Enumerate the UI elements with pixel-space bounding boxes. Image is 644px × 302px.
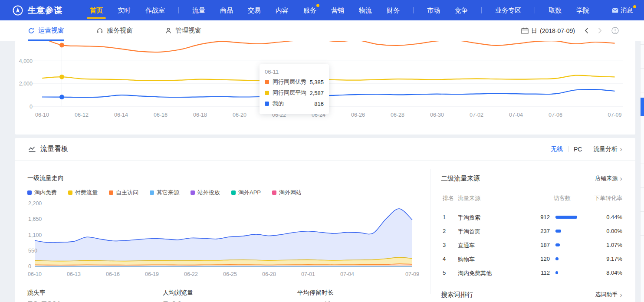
nav-item-messages[interactable]: 消息 xyxy=(612,7,636,14)
source-row[interactable]: 5 淘内免费其他 112 8.04% xyxy=(441,266,622,279)
nav-item-marketing[interactable]: 营销 xyxy=(331,0,344,20)
flow-trend-chart[interactable]: 05501,1001,6502,20006-1006-1306-1606-190… xyxy=(24,197,432,280)
nav-divider xyxy=(535,7,535,13)
rank: 3 xyxy=(443,242,446,248)
nav-divider xyxy=(178,7,179,13)
nav-item-product[interactable]: 商品 xyxy=(220,0,233,20)
person-icon xyxy=(165,27,172,34)
stat-value: 5.01 xyxy=(163,300,284,302)
svg-text:07-09: 07-09 xyxy=(608,112,622,118)
rail-divider xyxy=(641,187,644,188)
stat-value: 59.72% xyxy=(27,300,149,302)
svg-text:06-12: 06-12 xyxy=(75,112,89,118)
nav-item-traffic[interactable]: 流量 xyxy=(192,0,205,20)
source-name: 购物车 xyxy=(458,256,475,263)
stat-label: 人均浏览量 xyxy=(163,289,284,297)
source-row[interactable]: 1 手淘搜索 912 0.44% xyxy=(441,210,622,224)
svg-text:06-22: 06-22 xyxy=(184,271,198,277)
chevron-right-icon: › xyxy=(620,291,622,299)
series-swatch-excellent xyxy=(265,80,269,84)
tab-service-view[interactable]: 服务视窗 xyxy=(96,20,133,41)
shop-source-link[interactable]: 店铺来源› xyxy=(595,174,622,182)
word-helper-link[interactable]: 选词助手› xyxy=(595,291,622,299)
nav-item-academy[interactable]: 学院 xyxy=(576,0,589,20)
svg-text:06-13: 06-13 xyxy=(67,271,81,277)
nav-item-logistics[interactable]: 物流 xyxy=(359,0,372,20)
column-source: 流量来源 xyxy=(458,194,480,202)
conversion-rate: 1.07% xyxy=(606,242,622,248)
legend-item-other-sources[interactable]: 其它来源 xyxy=(150,189,179,197)
next-date-button[interactable] xyxy=(598,27,602,34)
date-mode-label: 日 xyxy=(531,27,537,35)
svg-text:0: 0 xyxy=(28,263,31,269)
nav-item-war-room[interactable]: 作战室 xyxy=(145,0,165,20)
column-rank: 排名 xyxy=(443,194,454,202)
legend-item-direct-visit[interactable]: 自主访问 xyxy=(109,189,138,197)
board-header: 流量看板 无线 PC 流量分析 › xyxy=(15,138,635,161)
scrollbar-thumb[interactable] xyxy=(641,98,644,116)
tab-operations-view[interactable]: 运营视窗 xyxy=(28,20,64,41)
chart-tooltip: 06-11 同行同层优秀 5,385 同行同层平均 2,587 我的 816 xyxy=(260,64,329,114)
svg-text:06-28: 06-28 xyxy=(391,112,404,118)
column-conversion: 下单转化率 xyxy=(579,194,622,202)
traffic-analysis-link[interactable]: 流量分析 › xyxy=(593,145,622,153)
channel-toggle-wireless[interactable]: 无线 xyxy=(551,145,563,153)
stat-label: 跳失率 xyxy=(27,289,149,297)
brand[interactable]: 生意参谋 xyxy=(12,5,62,16)
svg-text:07-02: 07-02 xyxy=(470,112,483,118)
legend-item-taowai-app[interactable]: 淘外APP xyxy=(231,189,261,197)
svg-text:07-01: 07-01 xyxy=(301,271,315,277)
rank: 4 xyxy=(443,256,446,262)
date-value: (2018-07-09) xyxy=(540,27,575,34)
rail-divider xyxy=(641,164,644,164)
message-icon xyxy=(612,8,618,13)
source-panel-title: 二级流量来源 xyxy=(441,174,480,183)
brand-logo-icon xyxy=(12,5,23,16)
svg-text:06-10: 06-10 xyxy=(35,112,49,118)
traffic-board-card: 流量看板 无线 PC 流量分析 › 一级流量走向 淘内免费 付费流量 自主访问 … xyxy=(15,138,635,302)
nav-item-business-zone[interactable]: 业务专区 xyxy=(495,0,521,20)
nav-item-trade[interactable]: 交易 xyxy=(248,0,261,20)
nav-item-competition[interactable]: 竞争 xyxy=(455,0,468,20)
headset-icon xyxy=(96,27,103,34)
svg-text:4,000: 4,000 xyxy=(19,58,33,64)
visitor-bar xyxy=(555,257,559,260)
date-controls: 日 (2018-07-09) xyxy=(521,27,644,35)
flow-legend: 淘内免费 付费流量 自主访问 其它来源 站外投放 淘外APP 淘外网站 xyxy=(27,189,313,197)
legend-item-offsite-ads[interactable]: 站外投放 xyxy=(191,189,220,197)
nav-item-data-extract[interactable]: 取数 xyxy=(549,0,562,20)
source-row[interactable]: 4 购物车 120 9.17% xyxy=(441,252,622,266)
board-links: 无线 PC 流量分析 › xyxy=(551,145,622,153)
svg-text:2,000: 2,000 xyxy=(19,81,33,87)
rail-divider xyxy=(641,68,644,69)
nav-item-home[interactable]: 首页 xyxy=(90,0,103,20)
legend-item-taonei-free[interactable]: 淘内免费 xyxy=(27,189,57,197)
rail-divider xyxy=(641,211,644,212)
visitor-count: 112 xyxy=(497,269,550,276)
legend-item-taowai-website[interactable]: 淘外网站 xyxy=(272,189,302,197)
svg-text:07-04: 07-04 xyxy=(509,112,523,118)
legend-swatch xyxy=(27,190,32,195)
tab-management-view[interactable]: 管理视窗 xyxy=(165,20,201,41)
source-row[interactable]: 2 手淘首页 237 0.00% xyxy=(441,224,622,238)
tooltip-row: 同行同层优秀 5,385 xyxy=(265,78,324,86)
svg-text:550: 550 xyxy=(28,248,37,254)
brand-name: 生意参谋 xyxy=(28,5,62,16)
peer-comparison-card: 02,0004,00006-1006-1206-1406-1606-1806-2… xyxy=(15,41,635,135)
channel-toggle-pc[interactable]: PC xyxy=(574,146,582,153)
legend-item-paid-traffic[interactable]: 付费流量 xyxy=(68,189,98,197)
nav-item-market[interactable]: 市场 xyxy=(427,0,440,20)
visitor-bar xyxy=(555,271,558,274)
rail-divider xyxy=(641,235,644,236)
date-picker[interactable]: 日 (2018-07-09) xyxy=(521,27,575,35)
prev-date-button[interactable] xyxy=(585,27,588,34)
nav-item-content[interactable]: 内容 xyxy=(276,0,289,20)
svg-text:06-20: 06-20 xyxy=(233,112,246,118)
legend-swatch xyxy=(191,190,195,195)
notification-dot xyxy=(633,5,636,8)
nav-item-service[interactable]: 服务 xyxy=(303,0,316,20)
nav-item-realtime[interactable]: 实时 xyxy=(118,0,131,20)
source-row[interactable]: 3 直通车 187 1.07% xyxy=(441,238,622,252)
info-icon[interactable] xyxy=(611,27,619,34)
nav-item-finance[interactable]: 财务 xyxy=(387,0,400,20)
